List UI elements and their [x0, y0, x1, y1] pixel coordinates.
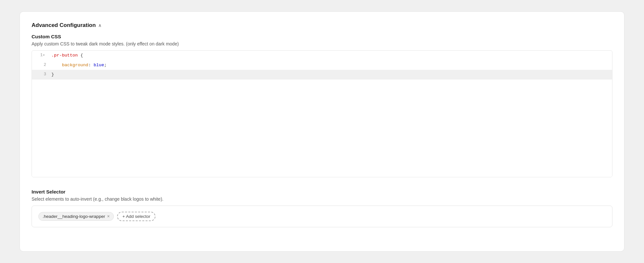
code-line-2: 2 background: blue;	[32, 60, 612, 70]
line-number-1: 1▾	[32, 51, 49, 60]
token-closing-brace: }	[51, 72, 54, 77]
line-number-2: 2	[32, 60, 49, 70]
selector-box: .header__heading-logo-wrapper × + Add se…	[32, 206, 612, 227]
line-number-3: 3	[32, 70, 49, 79]
invert-selector-title: Invert Selector	[32, 189, 612, 194]
invert-selector-section: Invert Selector Select elements to auto-…	[32, 189, 612, 227]
token-brace-open: {	[80, 53, 83, 58]
token-selector: .pr-button	[51, 53, 78, 58]
code-empty-area[interactable]	[32, 80, 612, 177]
line-content-1: .pr-button {	[49, 51, 612, 60]
line-arrow-1: ▾	[43, 53, 45, 58]
invert-selector-description: Select elements to auto-invert (e.g., ch…	[32, 196, 612, 202]
custom-css-description: Apply custom CSS to tweak dark mode styl…	[32, 41, 612, 46]
add-selector-button[interactable]: + Add selector	[117, 212, 155, 221]
code-line-3: 3 }	[32, 70, 612, 80]
token-value: blue	[94, 63, 104, 68]
selector-tag-label: .header__heading-logo-wrapper	[43, 214, 105, 219]
line-content-2: background: blue;	[49, 60, 612, 70]
main-card: Advanced Configuration ∧ Custom CSS Appl…	[20, 11, 624, 252]
advanced-config-title: Advanced Configuration	[32, 22, 96, 29]
token-semicolon: ;	[104, 63, 107, 68]
token-property: background	[62, 63, 88, 68]
line-content-3: }	[49, 70, 612, 80]
selector-tag-close-button[interactable]: ×	[107, 214, 110, 219]
code-line-1: 1▾ .pr-button {	[32, 51, 612, 60]
token-colon: :	[88, 63, 93, 68]
section-header: Advanced Configuration ∧	[32, 22, 612, 29]
code-editor[interactable]: 1▾ .pr-button { 2 background: blue; 3 }	[32, 50, 612, 177]
selector-tag: .header__heading-logo-wrapper ×	[38, 212, 114, 221]
chevron-icon: ∧	[98, 23, 101, 28]
custom-css-title: Custom CSS	[32, 34, 612, 39]
custom-css-section: Custom CSS Apply custom CSS to tweak dar…	[32, 34, 612, 177]
